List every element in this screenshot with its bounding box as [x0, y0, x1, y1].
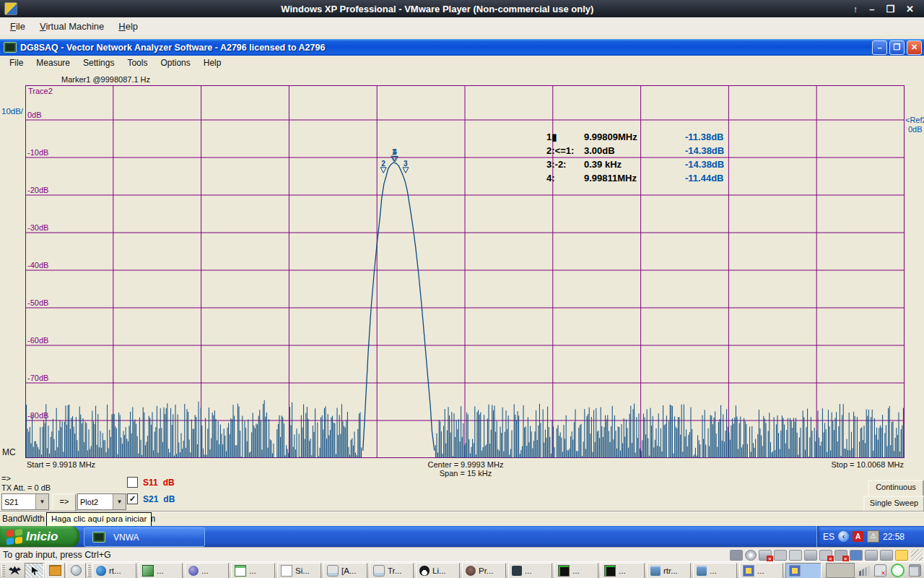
vmware-logo-icon [4, 2, 17, 15]
vnwa-menu-tools[interactable]: Tools [121, 57, 154, 69]
status-left-text: BandWidth L [2, 514, 52, 524]
host-task-13[interactable]: rtr... [647, 563, 691, 578]
drive-disconnected-device-icon[interactable] [759, 550, 772, 561]
drive-device-icon[interactable] [880, 550, 893, 561]
vmware-window-title: Windows XP Professional - VMware Player … [22, 4, 853, 14]
minimize-icon[interactable]: – [869, 4, 874, 14]
y-tick-label: -10dB [27, 148, 48, 157]
vnwa-menu-help[interactable]: Help [197, 57, 228, 69]
usb-device-icon[interactable] [774, 550, 787, 561]
sheet-icon [235, 565, 246, 577]
host-taskbar: rt............Si...[A...Tr...Li...Pr....… [0, 561, 924, 578]
usb-disconnected-device-icon[interactable] [819, 550, 832, 561]
display-disconnected-device-icon[interactable] [834, 550, 847, 561]
s-parameter-select[interactable]: S21 ▼ [1, 493, 49, 510]
chevron-down-icon[interactable]: ▼ [35, 494, 48, 509]
map-arrow-label: => [1, 474, 11, 483]
vnwa-close-button[interactable]: ✕ [907, 40, 922, 55]
vnwa-menu-options[interactable]: Options [154, 57, 196, 69]
floppy-device-icon[interactable] [730, 550, 743, 561]
chat-tray-icon[interactable] [874, 564, 886, 577]
taskbar-task-vnwa[interactable]: VNWA [84, 527, 205, 547]
language-indicator[interactable]: ES [823, 532, 834, 542]
host-task-5[interactable]: Si... [277, 563, 321, 578]
vnwa-menu-measure[interactable]: Measure [30, 57, 77, 69]
bat-app-icon[interactable] [9, 566, 21, 576]
host-task-8[interactable]: Li... [416, 563, 460, 578]
y-tick-label: -30dB [27, 223, 48, 232]
span-label: Span = 15 kHz [393, 469, 538, 478]
sweep-plot[interactable]: 1234 Trace2 0dB-10dB-20dB-30dB-40dB-50dB… [25, 85, 905, 458]
vnwa-app-icon [4, 42, 17, 53]
host-task-11[interactable]: ... [554, 563, 598, 578]
notes-device-icon[interactable] [895, 550, 908, 561]
vmware-menu-help[interactable]: Help [113, 20, 144, 33]
printer-device-icon[interactable] [789, 550, 802, 561]
vmware-menu-file[interactable]: File [4, 20, 31, 33]
center-frequency-label: Center = 9.9993 MHz [393, 460, 538, 469]
xp-clock[interactable]: 22:58 [883, 532, 905, 542]
s21-label: S21 [143, 494, 158, 504]
resize-grip[interactable] [911, 549, 923, 561]
vnwa-statusbar: BandWidth L num Haga clic aquí para inic… [0, 511, 924, 527]
s11-checkbox[interactable] [127, 477, 138, 488]
panel-grip[interactable] [87, 565, 91, 577]
vmware-menu-virtual-machine[interactable]: Virtual Machine [34, 20, 110, 33]
host-task-7[interactable]: Tr... [370, 563, 414, 578]
y-tick-label: -50dB [27, 298, 48, 307]
usbblue-device-icon[interactable] [850, 550, 863, 561]
y-tick-label: -40dB [27, 261, 48, 269]
host-task-2[interactable]: ... [139, 563, 183, 578]
fish-icon [96, 566, 106, 576]
s21-checkbox[interactable]: ✓ [127, 493, 138, 504]
host-task-3[interactable]: ... [185, 563, 229, 578]
drive-device-icon[interactable] [804, 550, 817, 561]
host-task-15[interactable]: ... [739, 563, 783, 578]
host-task-list: rt............Si...[A...Tr...Li...Pr....… [92, 563, 821, 578]
start-button[interactable]: Inicio [0, 526, 79, 547]
hide-icons-chevron-icon[interactable]: ‹ [838, 531, 849, 542]
reader-icon [373, 565, 385, 577]
s21-checkbox-row: ✓ S21 dB [127, 493, 175, 504]
vnwa-titlebar[interactable]: DG8SAQ - Vector Network Analyzer Softwar… [0, 39, 924, 56]
host-task-14[interactable]: ... [693, 563, 737, 578]
host-task-9[interactable]: Pr... [462, 563, 506, 578]
workspace-pager[interactable] [826, 563, 855, 578]
y-tick-label: -70dB [27, 374, 48, 382]
drive-device-icon[interactable] [865, 550, 878, 561]
launcher-grid-button[interactable] [25, 563, 44, 578]
vnwa-minimize-button[interactable]: – [872, 40, 887, 55]
chevron-down-icon[interactable]: ▼ [113, 494, 126, 509]
vnwa-menu-file[interactable]: File [3, 57, 30, 69]
unity-icon[interactable]: ↑ [853, 4, 858, 14]
terminal-icon [604, 565, 616, 577]
brush-tray-icon[interactable] [909, 564, 921, 577]
vmware-statusbar: To grab input, press Ctrl+G [0, 547, 924, 562]
host-task-16[interactable] [785, 563, 821, 578]
image-icon [142, 565, 154, 577]
host-task-10[interactable]: ... [508, 563, 552, 578]
launcher-ball-button[interactable] [66, 563, 86, 578]
panel-grip[interactable] [1, 565, 5, 577]
launcher-drawer-button[interactable] [45, 563, 65, 578]
pdf-reader-tray-icon[interactable]: A [853, 531, 863, 542]
host-task-1[interactable]: rt... [92, 563, 136, 578]
host-task-4[interactable]: ... [231, 563, 275, 578]
cdrom-device-icon[interactable] [745, 550, 757, 561]
plot-select[interactable]: Plot2 ▼ [77, 493, 126, 510]
xp-taskbar: Inicio VNWA ES ‹ A ⚠ 22:58 [0, 526, 924, 547]
close-icon[interactable]: ✕ [906, 4, 914, 14]
maximize-icon[interactable]: ❒ [886, 4, 894, 14]
marker-readout-row: 3:-2:0.39 kHz-14.38dB [546, 159, 734, 173]
signal-tray-icon[interactable] [859, 565, 870, 576]
vmware-tools-tray-icon[interactable]: ⚠ [867, 530, 879, 543]
host-task-6[interactable]: [A... [323, 563, 367, 578]
host-task-12[interactable]: ... [601, 563, 645, 578]
feather-icon [512, 566, 522, 576]
vnwa-menu-settings[interactable]: Settings [77, 57, 121, 69]
ring-tray-icon[interactable] [891, 564, 905, 577]
vnwa-restore-button[interactable]: ❒ [889, 40, 905, 55]
map-trace-button[interactable]: => [52, 493, 77, 512]
s11-unit: dB [163, 478, 175, 488]
folder-icon [650, 566, 661, 576]
